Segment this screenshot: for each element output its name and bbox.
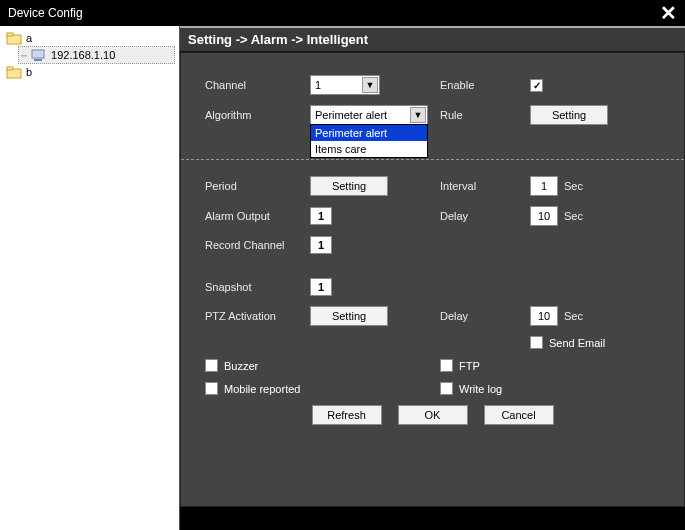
folder-icon xyxy=(6,31,22,45)
record-channel-value[interactable]: 1 xyxy=(310,236,332,254)
mobile-label: Mobile reported xyxy=(224,383,300,395)
channel-select[interactable]: 1 ▼ xyxy=(310,75,380,95)
delay-input[interactable]: 10 xyxy=(530,206,558,226)
ptz-setting-button[interactable]: Setting xyxy=(310,306,388,326)
period-label: Period xyxy=(205,180,310,192)
tree-label: b xyxy=(26,66,32,78)
chevron-down-icon: ▼ xyxy=(410,107,426,123)
tree-label: a xyxy=(26,32,32,44)
cancel-button[interactable]: Cancel xyxy=(484,405,554,425)
sec-label: Sec xyxy=(564,310,583,322)
svg-rect-2 xyxy=(32,50,44,58)
interval-label: Interval xyxy=(430,180,530,192)
snapshot-value[interactable]: 1 xyxy=(310,278,332,296)
ptz-label: PTZ Activation xyxy=(205,310,310,322)
device-tree: a ⋯ 192.168.1.10 b xyxy=(0,26,180,530)
ptz-delay-input[interactable]: 10 xyxy=(530,306,558,326)
ok-button[interactable]: OK xyxy=(398,405,468,425)
sec-label: Sec xyxy=(564,210,583,222)
tree-node-a[interactable]: a xyxy=(4,30,175,46)
algorithm-dropdown: Perimeter alert Items care xyxy=(310,124,428,158)
rule-setting-button[interactable]: Setting xyxy=(530,105,608,125)
svg-rect-5 xyxy=(7,67,13,70)
algorithm-label: Algorithm xyxy=(205,109,310,121)
breadcrumb: Setting -> Alarm -> Intelligent xyxy=(180,26,685,52)
alarm-output-label: Alarm Output xyxy=(205,210,310,222)
folder-icon xyxy=(6,65,22,79)
channel-label: Channel xyxy=(205,79,310,91)
alarm-output-value[interactable]: 1 xyxy=(310,207,332,225)
enable-checkbox[interactable] xyxy=(530,79,543,92)
delay2-label: Delay xyxy=(430,310,530,322)
writelog-label: Write log xyxy=(459,383,502,395)
tree-label: 192.168.1.10 xyxy=(51,49,115,61)
snapshot-label: Snapshot xyxy=(205,281,310,293)
device-icon xyxy=(31,48,47,62)
writelog-checkbox[interactable] xyxy=(440,382,453,395)
ftp-label: FTP xyxy=(459,360,480,372)
send-email-checkbox[interactable] xyxy=(530,336,543,349)
chevron-down-icon: ▼ xyxy=(362,77,378,93)
svg-rect-1 xyxy=(7,33,13,36)
svg-rect-3 xyxy=(34,59,42,61)
rule-label: Rule xyxy=(430,109,530,121)
refresh-button[interactable]: Refresh xyxy=(312,405,382,425)
algorithm-option[interactable]: Perimeter alert xyxy=(311,125,427,141)
period-setting-button[interactable]: Setting xyxy=(310,176,388,196)
send-email-label: Send Email xyxy=(549,337,605,349)
close-icon[interactable]: ✕ xyxy=(660,3,677,23)
sec-label: Sec xyxy=(564,180,583,192)
algorithm-option[interactable]: Items care xyxy=(311,141,427,157)
algorithm-select[interactable]: Perimeter alert ▼ xyxy=(310,105,428,125)
ftp-checkbox[interactable] xyxy=(440,359,453,372)
buzzer-checkbox[interactable] xyxy=(205,359,218,372)
mobile-checkbox[interactable] xyxy=(205,382,218,395)
buzzer-label: Buzzer xyxy=(224,360,258,372)
tree-node-b[interactable]: b xyxy=(4,64,175,80)
window-title: Device Config xyxy=(8,6,83,20)
tree-node-ip[interactable]: ⋯ 192.168.1.10 xyxy=(18,46,175,64)
delay-label: Delay xyxy=(430,210,530,222)
interval-input[interactable]: 1 xyxy=(530,176,558,196)
record-channel-label: Record Channel xyxy=(205,239,310,251)
enable-label: Enable xyxy=(430,79,530,91)
